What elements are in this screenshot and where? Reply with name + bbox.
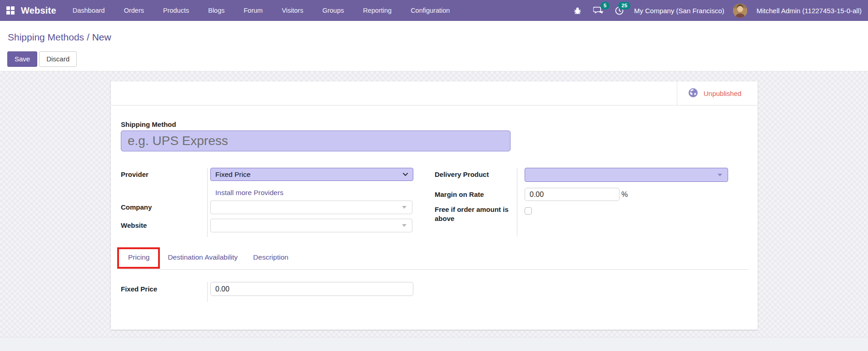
app-name[interactable]: Website: [21, 5, 56, 16]
provider-label: Provider: [121, 170, 149, 178]
caret-down-icon: [402, 224, 407, 227]
messages-count-badge: 5: [600, 2, 610, 10]
percent-suffix: %: [621, 191, 628, 199]
menu-forum[interactable]: Forum: [244, 7, 263, 14]
left-group-separator: [207, 168, 208, 237]
shipping-method-label: Shipping Method: [121, 120, 176, 128]
menu-groups[interactable]: Groups: [322, 7, 344, 14]
provider-selected-value: Fixed Price: [215, 170, 251, 179]
company-dropdown[interactable]: [210, 201, 412, 214]
shipping-method-name-input[interactable]: [121, 130, 511, 151]
menu-reporting[interactable]: Reporting: [363, 7, 392, 14]
navbar-right: 5 25 My Company (San Francisco): [571, 4, 862, 18]
chevron-down-icon: [402, 171, 408, 177]
delivery-product-label: Delivery Product: [435, 170, 489, 178]
tab-description[interactable]: Description: [253, 253, 288, 261]
form-view-background: Unpublished Shipping Method Provider Fix…: [0, 71, 868, 337]
install-more-providers-link[interactable]: Install more Providers: [215, 189, 283, 197]
user-menu[interactable]: Mitchell Admin (11227453-15-0-all): [756, 7, 862, 15]
fixed-price-label: Fixed Price: [121, 285, 157, 293]
caret-down-icon: [402, 206, 407, 209]
action-buttons: Save Discard: [7, 51, 77, 67]
breadcrumb-parent[interactable]: Shipping Methods: [8, 32, 84, 42]
breadcrumb: Shipping Methods / New: [8, 32, 111, 43]
menu-visitors[interactable]: Visitors: [282, 7, 303, 14]
form-status-ribbon: Unpublished: [111, 81, 758, 105]
notebook-tabs: Pricing Destination Availability Descrip…: [121, 253, 288, 261]
company-label: Company: [121, 203, 152, 211]
publish-toggle[interactable]: Unpublished: [677, 81, 758, 105]
shipping-method-form-card: Unpublished Shipping Method Provider Fix…: [111, 81, 758, 330]
discard-button[interactable]: Discard: [39, 51, 77, 67]
footer-band: [0, 337, 868, 351]
margin-on-rate-input[interactable]: [525, 188, 620, 201]
breadcrumb-separator: /: [84, 32, 92, 42]
website-dropdown[interactable]: [210, 219, 412, 232]
caret-down-icon: [718, 174, 722, 176]
menu-products[interactable]: Products: [163, 7, 189, 14]
menu-orders[interactable]: Orders: [124, 7, 144, 14]
delivery-product-dropdown[interactable]: [525, 168, 728, 182]
fixed-price-input[interactable]: [210, 282, 413, 296]
messages-icon[interactable]: 5: [592, 5, 604, 16]
user-avatar[interactable]: [733, 4, 747, 18]
breadcrumb-current: New: [92, 32, 111, 42]
activities-clock-icon[interactable]: 25: [613, 5, 625, 16]
menu-blogs[interactable]: Blogs: [208, 7, 224, 14]
tab-destination-availability[interactable]: Destination Availability: [168, 253, 238, 261]
free-if-order-amount-checkbox[interactable]: [525, 207, 532, 215]
pricing-group-separator: [207, 282, 208, 302]
tabs-underline: [121, 269, 749, 270]
activities-count-badge: 25: [618, 2, 630, 10]
provider-select[interactable]: Fixed Price: [210, 168, 413, 181]
save-button[interactable]: Save: [7, 51, 37, 67]
control-panel: Shipping Methods / New Save Discard: [0, 21, 868, 71]
menu-dashboard[interactable]: Dashboard: [73, 7, 105, 14]
odoo-website-app: Website Dashboard Orders Products Blogs …: [0, 0, 868, 351]
unpublished-status-label: Unpublished: [704, 90, 741, 97]
top-navbar: Website Dashboard Orders Products Blogs …: [0, 0, 868, 21]
apps-grid-icon[interactable]: [6, 6, 15, 15]
debug-bug-icon[interactable]: [571, 5, 583, 16]
navbar-left: Website Dashboard Orders Products Blogs …: [6, 5, 450, 16]
margin-on-rate-label: Margin on Rate: [435, 191, 484, 198]
tab-pricing[interactable]: Pricing: [128, 253, 149, 261]
main-menu: Dashboard Orders Products Blogs Forum Vi…: [73, 7, 450, 14]
website-label: Website: [121, 221, 147, 229]
menu-configuration[interactable]: Configuration: [411, 7, 450, 14]
free-if-order-amount-label: Free if order amount is above: [435, 205, 513, 223]
right-group-separator: [517, 168, 517, 236]
globe-icon: [688, 88, 698, 100]
company-switcher[interactable]: My Company (San Francisco): [634, 7, 724, 15]
